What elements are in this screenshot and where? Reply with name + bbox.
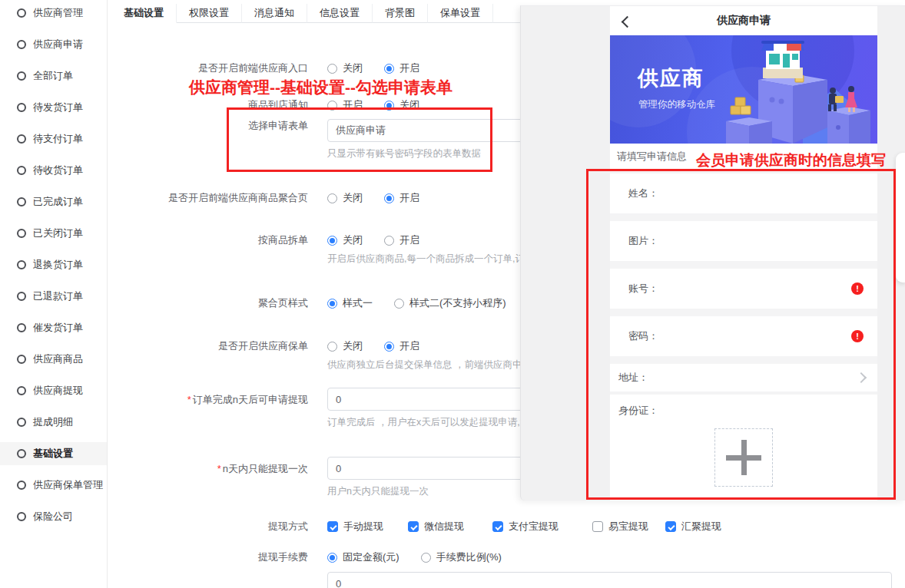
form-row-label: 提现方式 bbox=[108, 520, 308, 533]
radio-关闭[interactable]: 关闭 bbox=[384, 98, 419, 112]
radio-关闭[interactable]: 关闭 bbox=[327, 233, 363, 247]
sidebar-item-催发货订单[interactable]: 催发货订单 bbox=[0, 316, 107, 339]
radio-开启[interactable]: 开启 bbox=[327, 98, 363, 112]
sidebar-item-label: 已完成订单 bbox=[33, 195, 83, 209]
sidebar-item-供应商商品[interactable]: 供应商商品 bbox=[0, 348, 107, 371]
sidebar-item-供应商保单管理[interactable]: 供应商保单管理 bbox=[0, 474, 107, 497]
required-asterisk: * bbox=[217, 463, 221, 474]
sidebar-item-基础设置[interactable]: 基础设置 bbox=[0, 442, 107, 465]
checkbox-微信提现[interactable]: 微信提现 bbox=[408, 520, 492, 533]
storefront bbox=[761, 41, 804, 78]
radio-icon[interactable] bbox=[327, 101, 337, 111]
form-row-label: 聚合页样式 bbox=[108, 296, 308, 310]
sidebar-item-label: 保险公司 bbox=[33, 510, 73, 524]
circle-icon bbox=[17, 40, 26, 49]
circle-icon bbox=[17, 197, 26, 206]
preview-field-姓名[interactable]: 姓名： bbox=[610, 173, 877, 213]
preview-field-地址[interactable]: 地址： bbox=[610, 364, 877, 391]
radio-icon[interactable] bbox=[384, 193, 394, 203]
sidebar-item-待发货订单[interactable]: 待发货订单 bbox=[0, 96, 107, 119]
option-label: 关闭 bbox=[399, 98, 419, 112]
checkbox-手动提现[interactable]: 手动提现 bbox=[327, 520, 408, 533]
tab-权限设置[interactable]: 权限设置 bbox=[177, 4, 242, 23]
form-row-label: 是否开启前端供应商入口 bbox=[108, 61, 308, 75]
preview-field-图片[interactable]: 图片： bbox=[610, 221, 877, 261]
checkbox-icon[interactable] bbox=[327, 521, 338, 532]
tab-消息通知[interactable]: 消息通知 bbox=[242, 4, 307, 23]
sidebar-item-待收货订单[interactable]: 待收货订单 bbox=[0, 159, 107, 182]
sidebar-item-退换货订单[interactable]: 退换货订单 bbox=[0, 253, 107, 276]
radio-样式二(不支持小程序)[interactable]: 样式二(不支持小程序) bbox=[394, 296, 506, 310]
radio-icon[interactable] bbox=[394, 299, 404, 309]
checkbox-支付宝提现[interactable]: 支付宝提现 bbox=[492, 520, 592, 533]
circle-icon bbox=[17, 71, 26, 81]
preview-field-账号[interactable]: 账号：! bbox=[610, 269, 877, 309]
circle-icon bbox=[17, 355, 26, 364]
circle-icon bbox=[17, 260, 26, 269]
sidebar-item-label: 供应商提现 bbox=[33, 384, 83, 398]
tab-背景图[interactable]: 背景图 bbox=[373, 4, 428, 23]
circle-icon bbox=[17, 481, 26, 490]
edge-widget[interactable] bbox=[896, 153, 905, 282]
fee-amount-input[interactable]: 0 bbox=[327, 572, 892, 588]
sidebar-item-label: 催发货订单 bbox=[33, 321, 83, 335]
tab-基础设置[interactable]: 基础设置 bbox=[111, 4, 177, 23]
option-line: 手动提现微信提现支付宝提现易宝提现汇聚提现 bbox=[327, 520, 905, 533]
radio-icon[interactable] bbox=[327, 193, 337, 203]
option-label: 开启 bbox=[399, 233, 419, 247]
option-line: 固定金额(元)手续费比例(%) bbox=[327, 550, 905, 564]
form-row-label: 按商品拆单 bbox=[108, 233, 308, 247]
radio-关闭[interactable]: 关闭 bbox=[327, 61, 363, 75]
phone-title: 供应商申请 bbox=[717, 14, 771, 28]
checkbox-icon[interactable] bbox=[592, 521, 603, 532]
radio-icon[interactable] bbox=[327, 64, 337, 74]
form-row-label: *n天内只能提现一次 bbox=[108, 462, 308, 476]
checkbox-icon[interactable] bbox=[492, 521, 503, 532]
preview-field-label: 图片： bbox=[628, 234, 658, 248]
sidebar-item-全部订单[interactable]: 全部订单 bbox=[0, 64, 107, 88]
radio-icon[interactable] bbox=[327, 299, 337, 309]
phone-header: 供应商申请 bbox=[610, 6, 877, 35]
back-chevron-icon[interactable] bbox=[620, 15, 637, 28]
option-label: 关闭 bbox=[343, 339, 363, 353]
radio-icon[interactable] bbox=[384, 64, 394, 74]
radio-icon[interactable] bbox=[384, 236, 394, 246]
checkbox-汇聚提现[interactable]: 汇聚提现 bbox=[665, 520, 721, 533]
radio-手续费比例(%)[interactable]: 手续费比例(%) bbox=[421, 550, 502, 564]
radio-icon[interactable] bbox=[421, 553, 431, 563]
radio-开启[interactable]: 开启 bbox=[384, 233, 419, 247]
supplier-banner: 供应商 管理你的移动仓库 bbox=[610, 35, 877, 144]
mobile-preview-panel: 供应商申请 bbox=[520, 5, 905, 500]
radio-样式一[interactable]: 样式一 bbox=[327, 296, 373, 310]
radio-icon[interactable] bbox=[327, 236, 337, 246]
radio-固定金额(元)[interactable]: 固定金额(元) bbox=[327, 550, 399, 564]
radio-开启[interactable]: 开启 bbox=[384, 191, 419, 205]
radio-关闭[interactable]: 关闭 bbox=[327, 339, 363, 353]
radio-icon[interactable] bbox=[327, 342, 337, 352]
radio-关闭[interactable]: 关闭 bbox=[327, 191, 363, 205]
required-exclamation-icon: ! bbox=[851, 330, 864, 342]
checkbox-icon[interactable] bbox=[408, 521, 419, 532]
radio-icon[interactable] bbox=[327, 553, 337, 563]
preview-field-身份证[interactable]: 身份证： bbox=[610, 395, 877, 500]
sidebar-item-待支付订单[interactable]: 待支付订单 bbox=[0, 127, 107, 150]
sidebar-item-已关闭订单[interactable]: 已关闭订单 bbox=[0, 222, 107, 245]
checkbox-易宝提现[interactable]: 易宝提现 bbox=[592, 520, 665, 533]
option-label: 开启 bbox=[343, 98, 363, 112]
sidebar-item-已退款订单[interactable]: 已退款订单 bbox=[0, 285, 107, 308]
sidebar-item-供应商提现[interactable]: 供应商提现 bbox=[0, 379, 107, 402]
tab-保单设置[interactable]: 保单设置 bbox=[428, 4, 493, 23]
sidebar-item-已完成订单[interactable]: 已完成订单 bbox=[0, 190, 107, 213]
checkbox-icon[interactable] bbox=[665, 521, 676, 532]
tab-信息设置[interactable]: 信息设置 bbox=[307, 4, 373, 23]
sidebar-item-供应商申请[interactable]: 供应商申请 bbox=[0, 33, 107, 56]
preview-field-密码[interactable]: 密码：! bbox=[610, 316, 877, 356]
sidebar-item-保险公司[interactable]: 保险公司 bbox=[0, 505, 107, 528]
idcard-upload-button[interactable] bbox=[714, 428, 773, 487]
radio-开启[interactable]: 开启 bbox=[384, 339, 419, 353]
sidebar-item-供应商管理[interactable]: 供应商管理 bbox=[0, 2, 107, 25]
radio-icon[interactable] bbox=[384, 342, 394, 352]
radio-icon[interactable] bbox=[384, 101, 394, 111]
radio-开启[interactable]: 开启 bbox=[384, 61, 419, 75]
sidebar-item-提成明细[interactable]: 提成明细 bbox=[0, 411, 107, 434]
